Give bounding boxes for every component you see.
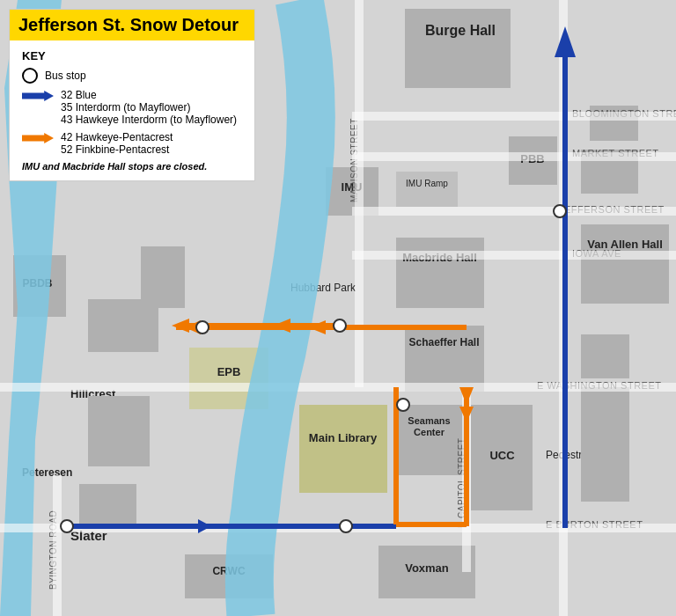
label-slater: Slater <box>70 528 107 544</box>
legend-orange-item: 42 Hawkeye-Pentacrest 52 Finkbine-Pentac… <box>22 131 242 156</box>
svg-marker-15 <box>172 319 189 333</box>
legend-blue-arrow <box>22 91 54 101</box>
street-bloomington: BLOOMINGTON STREET <box>572 108 676 119</box>
legend-note: IMU and Macbride Hall stops are closed. <box>22 161 242 172</box>
bus-stop-top-orange <box>333 319 347 333</box>
legend-bus-stop-icon <box>22 68 38 84</box>
label-seamans: Seamans Center <box>393 415 466 438</box>
label-voxman: Voxman <box>383 561 471 576</box>
bus-stop-pbb <box>553 204 567 218</box>
street-market: MARKET STREET <box>572 148 659 158</box>
label-library: Main Library <box>301 431 385 445</box>
legend-bus-stop-item: Bus stop <box>22 68 242 84</box>
street-iowa-ave: IOWA AVE <box>572 248 621 259</box>
map-container: Burge Hall PBB IMU IMU Ramp Macbride Hal… <box>0 0 676 616</box>
legend-orange-arrow <box>22 133 54 143</box>
svg-marker-16 <box>273 319 290 333</box>
bus-stop-slater <box>60 519 74 533</box>
svg-marker-20 <box>308 320 326 334</box>
legend: Jefferson St. Snow Detour KEY Bus stop 3… <box>9 9 255 181</box>
bus-stop-seamans <box>396 398 410 412</box>
label-crwc: CRWC <box>189 565 268 577</box>
building-misc4 <box>581 387 629 502</box>
legend-blue-line2: 35 Interdorm (to Mayflower) <box>61 101 237 114</box>
label-macbride: Macbride Hall <box>398 251 481 265</box>
street-jefferson: JEFFERSON STREET <box>559 204 665 215</box>
label-epb: EPB <box>198 365 260 379</box>
street-burlington: E BURTON STREET <box>546 519 643 530</box>
label-burge-hall: Burge Hall <box>412 22 509 39</box>
street-capitol: N CAPITOL STREET <box>457 440 467 528</box>
legend-orange-routes: 42 Hawkeye-Pentacrest 52 Finkbine-Pentac… <box>61 131 173 156</box>
legend-orange-line2: 52 Finkbine-Pentacrest <box>61 143 173 156</box>
street-madison: MADISON STREET <box>349 97 359 202</box>
legend-orange-line1: 42 Hawkeye-Pentacrest <box>61 131 173 143</box>
bus-stop-mid-bottom <box>339 519 353 533</box>
label-schaeffer: Schaeffer Hall <box>407 336 481 348</box>
legend-blue-item: 32 Blue 35 Interdorm (to Mayflower) 43 H… <box>22 89 242 126</box>
legend-bus-stop-label: Bus stop <box>45 70 86 82</box>
building-misc3 <box>581 334 629 378</box>
legend-title: Jefferson St. Snow Detour <box>10 10 254 40</box>
building-imu-ramp <box>396 172 458 207</box>
label-hubbard: Hubbard Park <box>290 282 356 294</box>
svg-marker-13 <box>198 519 211 533</box>
building-misc6 <box>88 396 150 466</box>
building-burge-hall <box>405 9 511 88</box>
building-van-allen <box>581 224 669 304</box>
label-ucc: UCC <box>474 449 531 463</box>
bus-stop-epb <box>195 320 209 334</box>
legend-blue-line1: 32 Blue <box>61 89 237 101</box>
street-washington: E WASHINGTON STREET <box>537 380 662 391</box>
street-byington: BYINGTON ROAD <box>48 510 58 590</box>
svg-marker-11 <box>555 26 576 57</box>
building-macbride <box>396 238 484 308</box>
building-misc7 <box>79 484 136 528</box>
building-misc8 <box>141 246 185 308</box>
building-library2 <box>299 405 387 493</box>
legend-key-title: KEY <box>22 49 242 62</box>
legend-blue-routes: 32 Blue 35 Interdorm (to Mayflower) 43 H… <box>61 89 237 126</box>
label-pbb: PBB <box>511 152 555 166</box>
legend-blue-line3: 43 Hawkeye Interdorm (to Mayflower) <box>61 114 237 126</box>
label-imu-ramp: IMU Ramp <box>396 179 458 189</box>
